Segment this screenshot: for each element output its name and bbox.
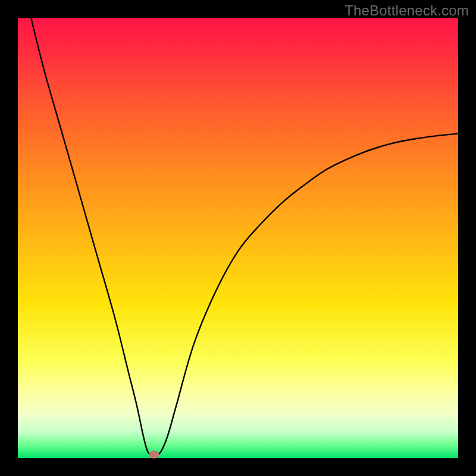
- curve-svg: [18, 18, 458, 458]
- bottleneck-curve: [31, 18, 458, 455]
- plot-area: [18, 18, 458, 458]
- chart-frame: TheBottleneck.com: [0, 0, 476, 476]
- watermark-text: TheBottleneck.com: [345, 2, 469, 19]
- optimal-point-marker: [149, 451, 159, 459]
